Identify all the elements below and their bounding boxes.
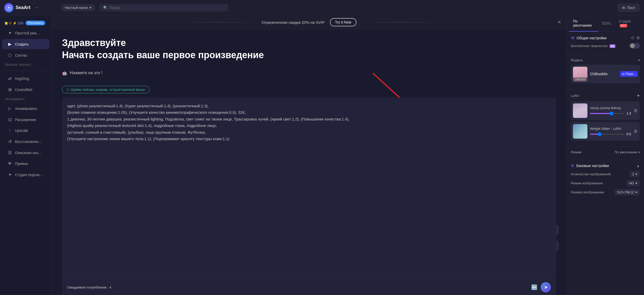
general-settings-title: ⚙ Общие настройки <box>571 35 607 40</box>
hint-text: Нажмите на это ! <box>70 71 103 75</box>
lora-vonzy-info: Vonzy (vonny felicia) 1.3 <box>590 106 631 115</box>
welcome-line1: Здравствуйте <box>62 37 556 49</box>
app-title: SeaArt <box>15 5 30 10</box>
lora-vonzy-value: 1.3 <box>626 111 631 115</box>
welcome-line2: Начать создать ваше первое произведение <box>62 49 556 61</box>
vip-badge: Vip <box>610 44 615 48</box>
channel-selector[interactable]: Частный канал ▾ <box>61 4 95 11</box>
tab-studio[interactable]: Студия HOT <box>615 16 641 32</box>
expand-icon: ⊡ <box>7 117 12 122</box>
hot-badge: HOT <box>620 24 627 27</box>
sidebar-item-controlnet[interactable]: ⊞ ControlNet <box>2 85 49 95</box>
model-name: ChilloutMix <box>590 72 617 76</box>
image-size-value: 512×768 [2 <box>617 190 634 194</box>
right-panel-scroll[interactable]: ⚙ Общие настройки ↺ ⚙ Бесплатное творчес… <box>567 32 644 295</box>
create-hint: 🤖 Нажмите на это ! <box>62 71 556 75</box>
translate-icon[interactable]: 🔤 <box>531 284 538 290</box>
base-settings-icon: ⚙ <box>571 164 574 168</box>
sidebar-item-preview[interactable]: 👁 Превью <box>2 159 49 169</box>
mode-value: По умолчанию <box>615 150 637 154</box>
channel-label: Частный канал <box>65 6 88 10</box>
model-action-button[interactable]: ⇄ Пере... <box>620 71 638 77</box>
post-button[interactable]: ✉ Пост <box>617 4 640 12</box>
model-thumb-label: ChilloutMix <box>573 78 587 81</box>
lora-label: LoRA <box>571 94 579 98</box>
image-mode-label: Режим изображения <box>571 181 603 185</box>
mode-selector[interactable]: По умолчанию ▾ <box>615 150 640 154</box>
settings-icon: ⚙ <box>571 35 575 40</box>
lora-section: LoRA + Vonzy (vonny felicia) 1.3 <box>567 89 644 147</box>
prompt-tags: ⬡ Шуймо пейзаж, шедевр, острый мужской ф… <box>62 86 556 93</box>
canvas-icon: ⬡ <box>7 53 12 58</box>
lora-weight-delete-button[interactable]: 🗑 <box>634 129 638 134</box>
chevron-down-icon: ▾ <box>90 6 91 10</box>
search-input[interactable] <box>110 6 224 10</box>
sidebar-item-img2img[interactable]: ⇄ Img2Img <box>2 73 49 84</box>
lora-weight-slider[interactable] <box>590 134 624 135</box>
prompt-tag-shuymo[interactable]: ⬡ Шуймо пейзаж, шедевр, острый мужской ф… <box>62 86 150 93</box>
sidebar-item-canvas[interactable]: ⬡ Canvas <box>2 50 49 60</box>
search-bar[interactable]: 🔍 <box>99 4 228 11</box>
sidebar-item-upscale[interactable]: ↑ Upscale <box>2 126 49 135</box>
tab-sdxl[interactable]: SDXL <box>598 18 615 29</box>
image-mode-value: HD <box>629 181 634 185</box>
tab-default[interactable]: По умолчанию <box>569 16 598 32</box>
send-button[interactable]: ➤ <box>541 282 551 292</box>
toggle-knob <box>630 43 635 48</box>
user-info: ⭐ 0 ⚡ 150 Пополнить <box>0 19 51 27</box>
sidebar-item-simple-mode[interactable]: ✦ Простой реж... <box>2 28 49 38</box>
image-count-value: 2 <box>632 172 634 176</box>
welcome-message: Здравствуйте Начать создать ваше первое … <box>62 37 556 61</box>
prompt-footer: Ожидаемое потребление : 4 🔤 ➤ <box>62 279 556 295</box>
back-icon[interactable]: ← <box>35 5 39 10</box>
sidebar-divider-1 <box>3 71 48 71</box>
config-icon[interactable]: ⚙ <box>636 35 640 40</box>
banner-close-icon[interactable]: ✕ <box>557 19 561 25</box>
size-chevron-icon: ▾ <box>635 190 637 194</box>
sidebar-item-expand[interactable]: ⊡ Расширение <box>2 115 49 125</box>
lora-section-header: LoRA + <box>571 93 640 99</box>
model-card[interactable]: ChilloutMix ChilloutMix ⇄ Пере... <box>571 65 640 83</box>
lora-add-button[interactable]: + <box>637 93 640 99</box>
sidebar-item-create[interactable]: ▶ Создать <box>2 39 49 49</box>
sidebar-item-restore[interactable]: ↺ Восстановлен... <box>2 137 49 147</box>
lora-weight-image <box>573 124 587 139</box>
model-label: Модель <box>571 58 583 62</box>
mode-label: Режим <box>571 150 581 154</box>
try-it-now-button[interactable]: Try It Now <box>330 18 356 26</box>
search-icon: 🔍 <box>103 6 107 10</box>
model-section: Модель ▾ ChilloutMix ChilloutMix ⇄ Пере.… <box>567 55 644 89</box>
studio-icon: ✦ <box>7 172 12 177</box>
switch-icon: ⇄ <box>622 72 625 76</box>
banner-line-left <box>179 22 257 22</box>
image-size-selector[interactable]: 512×768 [2 ▾ <box>615 189 640 195</box>
sidebar-item-animate[interactable]: ▷ Анимировать <box>2 103 49 114</box>
recharge-button[interactable]: Пополнить <box>26 21 45 25</box>
main-content: Ограниченная скидка 20% на SVIP Try It N… <box>52 16 567 295</box>
mode-chevron-icon2: ▾ <box>635 181 637 185</box>
refresh-icon[interactable]: ↺ <box>631 35 634 40</box>
tools-label: Инструменты <box>0 95 51 103</box>
free-creativity-toggle[interactable] <box>630 43 640 49</box>
prompt-textarea[interactable]: одет, (photo реалистичный:1.4), (hyper р… <box>62 97 556 279</box>
model-section-header: Модель ▾ <box>571 58 640 62</box>
sidebar-item-studio[interactable]: ✦ Студия подска... <box>2 170 49 180</box>
image-mode-selector[interactable]: HD ▾ <box>626 180 640 186</box>
lora-weight-slider-container: 0.5 <box>590 132 631 136</box>
image-count-selector[interactable]: 2 ▾ <box>630 171 640 177</box>
describe-icon: ☰ <box>7 150 12 155</box>
lora-weight-info: Weight Slider - LoRA 0.5 <box>590 127 631 136</box>
image-size-label: Размер изображения <box>571 190 604 194</box>
create-area: Здравствуйте Начать создать ваше первое … <box>52 29 567 295</box>
lora-vonzy-delete-button[interactable]: 🗑 <box>634 108 638 113</box>
lora-item-weight-slider: Weight Slider - LoRA 0.5 🗑 <box>571 122 640 141</box>
sidebar-item-describe[interactable]: ☰ Описание изо... <box>2 148 49 158</box>
base-settings-collapse-button[interactable]: ▲ <box>636 164 640 168</box>
lora-vonzy-thumbnail <box>573 103 587 118</box>
lora-vonzy-slider[interactable] <box>590 113 624 114</box>
mode-row: Режим По умолчанию ▾ <box>571 150 640 154</box>
lora-item-vonzy: Vonzy (vonny felicia) 1.3 🗑 <box>571 101 640 120</box>
model-thumbnail: ChilloutMix <box>573 67 587 81</box>
right-panel-tabs: По умолчанию SDXL Студия HOT <box>567 16 644 32</box>
image-count-label: Количество изображений. <box>571 172 611 176</box>
